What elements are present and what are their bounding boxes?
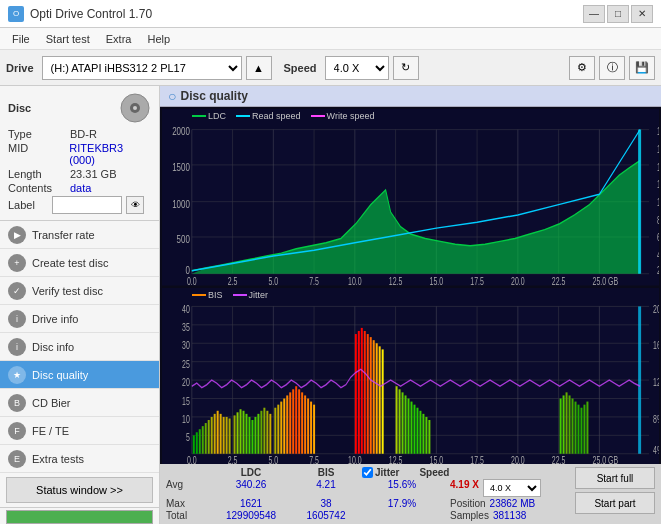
- info-button[interactable]: ⓘ: [599, 56, 625, 80]
- menu-start-test[interactable]: Start test: [38, 31, 98, 47]
- svg-rect-140: [298, 389, 300, 453]
- settings-button[interactable]: ⚙: [569, 56, 595, 80]
- svg-rect-125: [251, 419, 253, 453]
- toolbar: Drive (H:) ATAPI iHBS312 2 PL17 ▲ Speed …: [0, 50, 661, 86]
- nav-disc-info[interactable]: i Disc info: [0, 333, 159, 361]
- nav-label-create: Create test disc: [32, 257, 108, 269]
- svg-text:22.5: 22.5: [552, 455, 566, 464]
- chart-title: Disc quality: [180, 89, 247, 103]
- nav-cd-bier[interactable]: B CD Bier: [0, 389, 159, 417]
- svg-text:10: 10: [182, 413, 190, 425]
- svg-rect-165: [422, 413, 424, 453]
- svg-rect-106: [193, 435, 195, 453]
- disc-mid-row: MID RITEKBR3 (000): [8, 142, 151, 166]
- start-part-button[interactable]: Start part: [575, 492, 655, 514]
- speed-select-stats[interactable]: 4.0 X: [483, 479, 541, 497]
- svg-rect-147: [358, 330, 360, 453]
- svg-rect-112: [211, 416, 213, 453]
- nav-create-test[interactable]: + Create test disc: [0, 249, 159, 277]
- bottom-chart-svg: 40 35 30 25 20 15 10 5: [162, 288, 659, 465]
- svg-rect-162: [413, 404, 415, 453]
- close-button[interactable]: ✕: [631, 5, 653, 23]
- jitter-checkbox[interactable]: [362, 467, 373, 478]
- nav-verify-test[interactable]: ✓ Verify test disc: [0, 277, 159, 305]
- max-label: Max: [166, 498, 206, 509]
- svg-text:14X: 14X: [657, 161, 659, 173]
- chart-header: ○ Disc quality: [160, 86, 661, 107]
- svg-rect-137: [289, 392, 291, 453]
- status-window-btn[interactable]: Status window >>: [6, 477, 153, 503]
- svg-rect-115: [220, 413, 222, 453]
- nav-drive-info[interactable]: i Drive info: [0, 305, 159, 333]
- svg-rect-155: [382, 349, 384, 453]
- avg-label: Avg: [166, 479, 206, 497]
- speed-select[interactable]: 4.0 X 2.0 X 8.0 X: [325, 56, 389, 80]
- menu-help[interactable]: Help: [139, 31, 178, 47]
- svg-rect-176: [583, 404, 585, 453]
- svg-rect-114: [217, 410, 219, 453]
- svg-text:30: 30: [182, 339, 190, 351]
- app-icon: O: [8, 6, 24, 22]
- stats-total-row: Total 129909548 1605742 Samples 381138: [166, 510, 567, 521]
- legend-bis: BIS: [208, 290, 223, 300]
- nav-fe-te[interactable]: F FE / TE: [0, 417, 159, 445]
- svg-text:0.0: 0.0: [187, 276, 197, 285]
- svg-rect-133: [277, 404, 279, 453]
- position-label: Position: [450, 498, 486, 509]
- disc-label-btn[interactable]: 👁: [126, 196, 144, 214]
- start-full-button[interactable]: Start full: [575, 467, 655, 489]
- svg-rect-166: [425, 416, 427, 453]
- menu-extra[interactable]: Extra: [98, 31, 140, 47]
- svg-text:7.5: 7.5: [309, 276, 319, 285]
- disc-panel: Disc Type BD-R MID RITEKBR3 (000) Length…: [0, 86, 159, 221]
- disc-label-input[interactable]: [52, 196, 122, 214]
- svg-rect-110: [205, 423, 207, 454]
- svg-text:15.0: 15.0: [430, 276, 444, 285]
- nav-transfer-rate[interactable]: ▶ Transfer rate: [0, 221, 159, 249]
- eject-button[interactable]: ▲: [246, 56, 272, 80]
- svg-rect-164: [419, 410, 421, 453]
- svg-text:4%: 4%: [653, 444, 659, 456]
- svg-rect-175: [580, 407, 582, 453]
- nav-icon-disc-quality: ★: [8, 366, 26, 384]
- minimize-button[interactable]: —: [583, 5, 605, 23]
- drive-select[interactable]: (H:) ATAPI iHBS312 2 PL17: [42, 56, 242, 80]
- nav-label-extra: Extra tests: [32, 453, 84, 465]
- sidebar: Disc Type BD-R MID RITEKBR3 (000) Length…: [0, 86, 160, 524]
- max-ldc: 1621: [206, 498, 296, 509]
- svg-text:35: 35: [182, 321, 190, 333]
- nav-extra-tests[interactable]: E Extra tests: [0, 445, 159, 473]
- bottom-chart-legend: BIS Jitter: [192, 290, 268, 300]
- svg-rect-124: [248, 416, 250, 453]
- col-bis-header: BIS: [296, 467, 356, 478]
- content-area: ○ Disc quality LDC Read speed: [160, 86, 661, 524]
- title-bar: O Opti Drive Control 1.70 — □ ✕: [0, 0, 661, 28]
- nav-icon-disc-info: i: [8, 338, 26, 356]
- progress-bar: [6, 510, 153, 524]
- svg-rect-157: [399, 389, 401, 453]
- maximize-button[interactable]: □: [607, 5, 629, 23]
- svg-rect-117: [226, 416, 228, 453]
- nav-icon-transfer: ▶: [8, 226, 26, 244]
- stats-area: LDC BIS Jitter Speed Avg 340.26 4.21 15.: [160, 464, 661, 524]
- refresh-button[interactable]: ↻: [393, 56, 419, 80]
- svg-rect-171: [569, 395, 571, 453]
- svg-rect-145: [313, 404, 315, 453]
- chart-icon: ○: [168, 88, 176, 104]
- menu-file[interactable]: File: [4, 31, 38, 47]
- nav-label-disc-info: Disc info: [32, 341, 74, 353]
- svg-text:25.0 GB: 25.0 GB: [593, 455, 619, 464]
- svg-text:10.0: 10.0: [348, 455, 362, 464]
- svg-text:18X: 18X: [657, 126, 659, 138]
- svg-text:12%: 12%: [653, 376, 659, 388]
- legend-write-speed: Write speed: [327, 111, 375, 121]
- save-button[interactable]: 💾: [629, 56, 655, 80]
- svg-rect-153: [376, 343, 378, 454]
- nav-icon-cd-bier: B: [8, 394, 26, 412]
- svg-text:15.0: 15.0: [430, 455, 444, 464]
- top-chart-legend: LDC Read speed Write speed: [192, 111, 374, 121]
- svg-rect-127: [257, 413, 259, 453]
- nav-label-drive: Drive info: [32, 313, 78, 325]
- svg-text:8X: 8X: [657, 214, 659, 226]
- nav-disc-quality[interactable]: ★ Disc quality: [0, 361, 159, 389]
